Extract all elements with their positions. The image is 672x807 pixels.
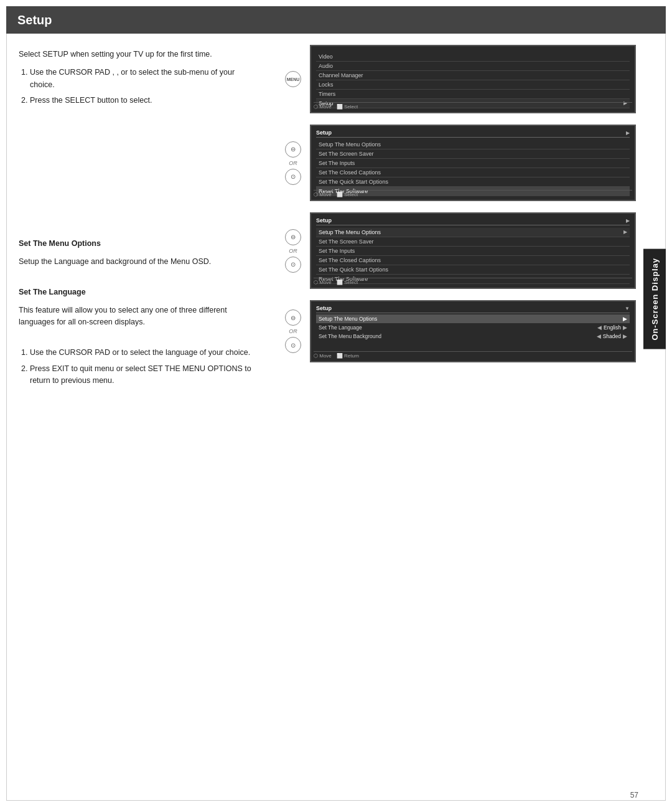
page-title: Setup [17,13,52,27]
screen2-wrap: ⊖ OR ⊙ Setup ▶ Setup The Menu Options Se… [281,125,636,201]
screen1-menu: Video Audio Channel Manager Locks Timers… [316,52,630,108]
screen2-menu: Setup The Menu Options Set The Screen Sa… [316,140,630,196]
sub2-title: Set The Language [19,286,261,298]
section-gap [19,113,261,238]
section2-step-1: Use the CURSOR PAD or to select the lang… [30,347,261,359]
s4-background-row: Set The Menu Background ◀ Shaded ▶ [316,332,630,341]
s2-quick-start: Set The Quick Start Options [316,177,630,187]
intro-step-1: Use the CURSOR PAD , , or to select the … [30,67,261,91]
screen3-status: ⬡ Move ⬜ Select [314,278,632,285]
main-content: Select SETUP when setting your TV up for… [6,34,643,788]
section2-steps: Use the CURSOR PAD or to select the lang… [30,347,261,387]
screen4-ctrl2: ⊙ [285,337,301,353]
intro-steps: Use the CURSOR PAD , , or to select the … [30,67,261,106]
screen3-menu: Setup The Menu Options Set The Screen Sa… [316,228,630,284]
screen2-controls: ⊖ OR ⊙ [281,141,305,185]
screen2-ctrl1: ⊖ [285,141,301,158]
screen3: Setup ▶ Setup The Menu Options Set The S… [310,212,636,289]
s3-quick-start: Set The Quick Start Options [316,265,630,275]
s3-menu-options: Setup The Menu Options [316,228,630,237]
title-bar: Setup [6,6,666,34]
screen2-ctrl2: ⊙ [285,169,301,185]
sub1-title: Set The Menu Options [19,238,261,250]
screen1-wrap: MENU Video Audio Channel Manager Locks T… [281,45,636,113]
screen4-ctrl1: ⊖ [285,309,301,326]
s4-language-row: Set The Language ◀ English ▶ [316,323,630,332]
screen4-wrap: ⊖ OR ⊙ Setup ▼ Setup The Menu Options ▶ … [281,300,636,362]
s2-closed-captions: Set The Closed Captions [316,168,630,177]
screen2: Setup ▶ Setup The Menu Options Set The S… [310,125,636,201]
s4-options-header: Setup The Menu Options ▶ [316,314,630,323]
menu-item-locks: Locks [316,80,630,90]
menu-item-audio: Audio [316,62,630,71]
screen4-controls: ⊖ OR ⊙ [281,309,305,353]
s2-menu-options: Setup The Menu Options [316,140,630,149]
screen4: Setup ▼ Setup The Menu Options ▶ Set The… [310,300,636,362]
screen1-controls: MENU [281,71,305,87]
section2-step-2: Press EXIT to quit menu or select SET TH… [30,363,261,387]
menu-button: MENU [285,71,301,87]
screen1: Video Audio Channel Manager Locks Timers… [310,45,636,113]
screen2-status: ⬡ Move ⬜ Select [314,190,632,197]
screen3-wrap: ⊖ OR ⊙ Setup ▶ Setup The Menu Options Se… [281,212,636,289]
s2-screen-saver: Set The Screen Saver [316,149,630,159]
s3-screen-saver: Set The Screen Saver [316,237,630,247]
s3-closed-captions: Set The Closed Captions [316,256,630,265]
side-tab: On-Screen Display [643,249,666,349]
screen3-controls: ⊖ OR ⊙ [281,229,305,273]
s3-inputs: Set The Inputs [316,247,630,256]
menu-item-video: Video [316,52,630,62]
menu-item-timers: Timers [316,90,630,99]
sub2-desc: This feature will allow you to select an… [19,304,261,329]
screen1-status: ⬡ Move ⬜ Select [314,102,632,110]
left-column: Select SETUP when setting your TV up for… [6,34,274,788]
right-column: MENU Video Audio Channel Manager Locks T… [274,34,643,788]
screen3-ctrl2: ⊙ [285,257,301,273]
menu-item-channel-manager: Channel Manager [316,71,630,80]
screen3-ctrl1: ⊖ [285,229,301,245]
page-number: 57 [630,791,638,800]
sub1-desc: Setup the Language and background of the… [19,256,261,268]
screen4-status: ⬡ Move ⬜ Return [314,351,632,359]
s2-inputs: Set The Inputs [316,159,630,168]
intro-step-2: Press the SELECT button to select. [30,95,261,106]
intro-paragraph: Select SETUP when setting your TV up for… [19,49,261,60]
